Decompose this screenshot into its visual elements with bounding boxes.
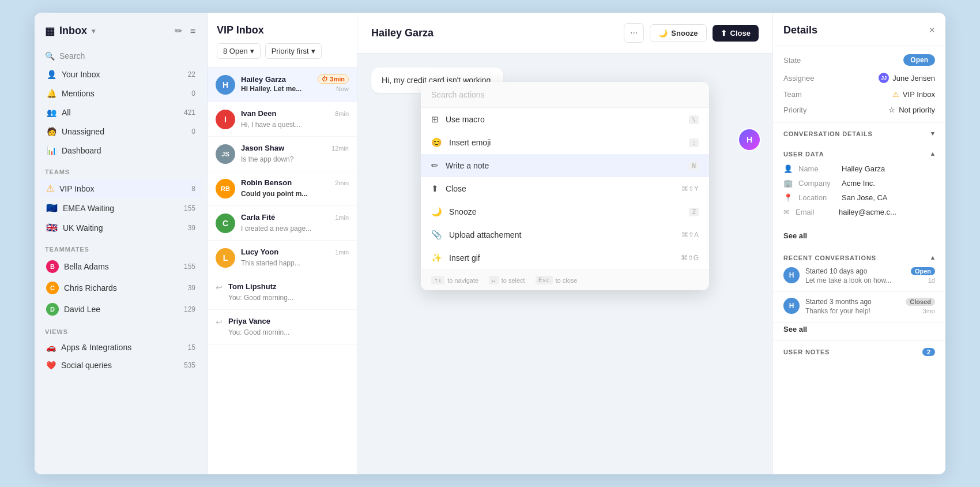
search-item[interactable]: 🔍 Search <box>35 47 207 65</box>
teammate-item-bella[interactable]: B Bella Adams 155 <box>40 256 201 277</box>
building-icon: 🏢 <box>783 179 793 188</box>
priya-preview: You: Good mornin... <box>228 328 289 336</box>
view-item-social[interactable]: ❤️ Social queries 535 <box>40 357 201 374</box>
priya-content: Priya Vance You: Good mornin... <box>228 317 349 337</box>
upload-icon: 📎 <box>431 230 442 240</box>
tom-content: Tom Lipshutz You: Good morning... <box>228 282 349 302</box>
carla-avatar: C <box>216 213 235 233</box>
snooze-button[interactable]: 🌙 Snooze <box>650 24 706 42</box>
recent-conv-header[interactable]: RECENT CONVERSATIONS ▴ <box>773 247 945 261</box>
jason-content: Jason Shaw 12min Is the app down? <box>241 144 349 164</box>
conv-item-hailey[interactable]: H Hailey Garza ⏱ 3min Hi Hailey. Let me.… <box>208 68 357 102</box>
main-chat: Hailey Garza ··· 🌙 Snooze ⬆ Close Hi, my… <box>357 13 772 474</box>
teams-section-label: TEAMS <box>35 160 207 179</box>
sidebar-item-mentions[interactable]: 🔔 Mentions 0 <box>40 84 201 103</box>
compose-button[interactable]: ✏ <box>174 24 183 38</box>
action-insert-gif[interactable]: ✨ Insert gif ⌘⇧G <box>421 246 709 269</box>
action-use-macro[interactable]: ⊞ Use macro \ <box>421 108 709 131</box>
email-row: ✉ Email hailey@acme.c... <box>783 208 935 216</box>
macro-icon: ⊞ <box>431 114 439 125</box>
conv-item-carla[interactable]: C Carla Fité 1min I created a new page..… <box>208 206 357 241</box>
state-badge: Open <box>903 54 935 66</box>
lucy-preview: This started happ... <box>241 259 300 267</box>
details-state-section: State Open Assignee JJ June Jensen Team … <box>773 46 945 123</box>
recent-conv-2[interactable]: H Started 3 months ago Closed Thanks for… <box>773 292 945 323</box>
views-list: 🚗 Apps & Integrations 15 ❤️ Social queri… <box>35 339 207 374</box>
see-all-conversations[interactable]: See all <box>773 323 945 340</box>
conv-list-title: VIP Inbox <box>217 24 348 36</box>
social-icon: ❤️ <box>46 361 56 370</box>
view-item-apps[interactable]: 🚗 Apps & Integrations 15 <box>40 339 201 356</box>
sidebar: ▦ Inbox ▾ ✏ ≡ 🔍 Search 👤 Your Inbox 22 <box>35 13 208 474</box>
hailey-preview: Hi Hailey. Let me... <box>241 85 301 93</box>
recent-conversations-list: H Started 10 days ago Open Let me take a… <box>773 261 945 323</box>
jason-preview: Is the app down? <box>241 155 293 163</box>
sidebar-header: ▦ Inbox ▾ ✏ ≡ <box>35 13 207 47</box>
recent-avatar-2: H <box>783 298 800 314</box>
robin-name: Robin Benson <box>241 178 292 187</box>
conv-details-header[interactable]: CONVERSATION DETAILS ▾ <box>773 123 945 137</box>
sidebar-item-all[interactable]: 👥 All 421 <box>40 103 201 122</box>
conv-item-tom[interactable]: ↩ Tom Lipshutz You: Good morning... <box>208 275 357 310</box>
sidebar-item-your-inbox[interactable]: 👤 Your Inbox 22 <box>40 65 201 84</box>
team-item-uk[interactable]: 🇬🇧 UK Waiting 39 <box>40 218 201 237</box>
unassigned-icon: 🧑 <box>46 126 56 137</box>
lucy-avatar: L <box>216 248 235 268</box>
jason-avatar: JS <box>216 144 235 164</box>
notes-count-badge: 2 <box>922 348 935 356</box>
team-item-vip[interactable]: ⚠ VIP Inbox 8 <box>40 179 201 198</box>
sidebar-item-dashboard[interactable]: 📊 Dashboard <box>40 141 201 160</box>
details-panel: Details × State Open Assignee JJ June Je… <box>772 13 945 474</box>
conv-item-lucy[interactable]: L Lucy Yoon 1min This started happ... <box>208 241 357 275</box>
conv-item-jason[interactable]: JS Jason Shaw 12min Is the app down? <box>208 137 357 171</box>
carla-content: Carla Fité 1min I created a new page... <box>241 213 349 233</box>
user-data-header[interactable]: USER DATA ▴ <box>773 143 945 158</box>
actions-search: Search actions <box>421 82 709 108</box>
search-icon: 🔍 <box>45 51 55 61</box>
user-notes-header[interactable]: USER NOTES 2 <box>773 340 945 363</box>
action-close[interactable]: ⬆ Close ⌘⇧Y <box>421 177 709 200</box>
action-snooze[interactable]: 🌙 Snooze Z <box>421 200 709 223</box>
teammate-item-david[interactable]: D David Lee 129 <box>40 299 201 320</box>
action-upload[interactable]: 📎 Upload attachement ⌘⇧A <box>421 223 709 246</box>
sidebar-action-icons: ✏ ≡ <box>174 24 197 38</box>
close-action-icon: ⬆ <box>431 183 439 194</box>
teammates-list: B Bella Adams 155 C Chris Richards 39 D … <box>35 256 207 320</box>
conv-item-priya[interactable]: ↩ Priya Vance You: Good mornin... <box>208 310 357 344</box>
mentions-icon: 🔔 <box>46 88 56 99</box>
teammates-section-label: TEAMMATES <box>35 238 207 256</box>
carla-preview: I created a new page... <box>241 224 311 233</box>
action-write-note[interactable]: ✏ Write a note N <box>421 154 709 177</box>
conversation-list: VIP Inbox 8 Open ▾ Priority first ▾ H Ha… <box>208 13 357 474</box>
lucy-name: Lucy Yoon <box>241 248 278 256</box>
location-row: 📍 Location San Jose, CA <box>783 193 935 202</box>
bella-avatar: B <box>46 260 59 273</box>
see-all-user-data[interactable]: See all <box>773 229 945 247</box>
sidebar-item-unassigned[interactable]: 🧑 Unassigned 0 <box>40 122 201 141</box>
close-button[interactable]: ⬆ Close <box>713 25 759 42</box>
recent-conv-1[interactable]: H Started 10 days ago Open Let me take a… <box>773 261 945 292</box>
dropdown-chevron[interactable]: ▾ <box>92 27 95 35</box>
snooze-action-icon: 🌙 <box>431 207 442 217</box>
more-options-button[interactable]: ··· <box>624 23 644 43</box>
chat-user-avatar: H <box>738 128 761 151</box>
jason-name: Jason Shaw <box>241 144 284 152</box>
location-icon: 📍 <box>783 193 793 202</box>
team-warning-icon: ⚠ <box>892 90 899 99</box>
conv-item-robin[interactable]: RB Robin Benson 2min Could you point m..… <box>208 171 357 206</box>
sidebar-nav: 👤 Your Inbox 22 🔔 Mentions 0 👥 All 421 <box>35 65 207 160</box>
open-count-filter[interactable]: 8 Open ▾ <box>217 43 261 59</box>
action-insert-emoji[interactable]: 😊 Insert emoji : <box>421 131 709 154</box>
gif-icon: ✨ <box>431 253 442 263</box>
conv-item-ivan[interactable]: I Ivan Deen 8min Hi, I have a quest... <box>208 102 357 137</box>
details-title: Details <box>783 24 817 36</box>
priority-filter[interactable]: Priority first ▾ <box>265 43 322 59</box>
team-item-emea[interactable]: 🇪🇺 EMEA Waiting 155 <box>40 198 201 218</box>
dashboard-icon: 📊 <box>46 145 56 156</box>
details-close-button[interactable]: × <box>929 24 935 36</box>
teammate-item-chris[interactable]: C Chris Richards 39 <box>40 278 201 298</box>
assignee-row: Assignee JJ June Jensen <box>783 73 935 83</box>
priority-star-icon: ☆ <box>888 106 895 114</box>
collapse-button[interactable]: ≡ <box>189 25 197 38</box>
ivan-preview: Hi, I have a quest... <box>241 121 300 129</box>
